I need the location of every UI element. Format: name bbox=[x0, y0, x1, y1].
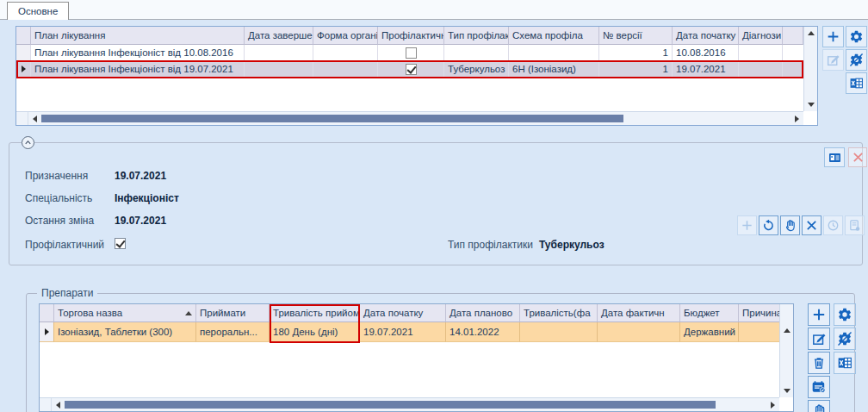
scroll-right-button[interactable] bbox=[766, 398, 779, 411]
plan-proph-type: Туберкульоз bbox=[444, 61, 509, 78]
drug-excel-export-button[interactable] bbox=[834, 352, 856, 374]
col-duration[interactable]: Тривалість прийому bbox=[270, 304, 360, 322]
col-date-end[interactable]: Дата заверше bbox=[245, 27, 313, 45]
plan-scheme bbox=[509, 45, 599, 61]
scrollbar-thumb[interactable] bbox=[41, 115, 623, 122]
drug-row-isoniazid[interactable]: Ізоніазид, Таблетки (300) пероральн... 1… bbox=[40, 322, 779, 342]
hold-button[interactable] bbox=[780, 215, 800, 235]
drug-duration: 180 День (дні) bbox=[270, 322, 360, 342]
close-button[interactable] bbox=[802, 215, 822, 235]
col-duration-fact[interactable]: Тривалість(фа bbox=[520, 304, 598, 322]
sort-asc-icon bbox=[185, 311, 192, 315]
hand-icon bbox=[811, 403, 827, 412]
refresh-button[interactable] bbox=[759, 215, 778, 235]
drugs-group-title: Препарати bbox=[37, 287, 97, 299]
specialty-value: Інфекціоніст bbox=[115, 192, 179, 204]
tab-strip: Основне bbox=[0, 0, 868, 20]
plans-vertical-scrollbar[interactable] bbox=[803, 27, 817, 111]
drug-hold-button[interactable] bbox=[808, 400, 830, 412]
scroll-left-button[interactable] bbox=[52, 398, 65, 411]
plan-row-2021-selected[interactable]: План лікування Інфекціоніст від 19.07.20… bbox=[16, 61, 803, 78]
plan-date-end bbox=[245, 45, 313, 61]
col-version[interactable]: № версії bbox=[599, 27, 673, 45]
prophylactic-checkbox[interactable] bbox=[406, 64, 417, 75]
col-form[interactable]: Форма органі bbox=[313, 27, 378, 45]
plan-prophylactic-cell bbox=[378, 45, 444, 61]
edit-plan-button[interactable] bbox=[822, 49, 844, 71]
plans-grid: План лікування Дата заверше Форма органі… bbox=[16, 27, 803, 111]
drug-budget: Державний bbox=[680, 322, 739, 342]
drug-reason bbox=[739, 322, 779, 342]
hand-icon bbox=[784, 219, 797, 232]
plan-settings-off-button[interactable] bbox=[846, 49, 867, 71]
add-action-button[interactable] bbox=[737, 215, 757, 235]
delete-drug-button[interactable] bbox=[808, 352, 830, 374]
drug-settings-off-button[interactable] bbox=[834, 328, 856, 350]
prophylactic-label: Профілактичний bbox=[25, 239, 104, 251]
col-budget[interactable]: Бюджет bbox=[680, 304, 739, 322]
scroll-up-icon[interactable] bbox=[784, 328, 790, 333]
history-clock-icon bbox=[827, 219, 840, 232]
scroll-down-icon[interactable] bbox=[784, 389, 790, 393]
plan-settings-button[interactable] bbox=[846, 26, 867, 47]
document-button[interactable] bbox=[845, 215, 865, 235]
col-diagnoses[interactable]: Діагнози bbox=[739, 27, 783, 45]
scroll-down-icon[interactable] bbox=[808, 103, 815, 107]
col-trade-name-label: Торгова назва bbox=[58, 308, 122, 318]
report-button[interactable] bbox=[824, 147, 845, 167]
scrollbar-thumb[interactable] bbox=[65, 401, 716, 409]
gear-off-icon bbox=[837, 331, 852, 346]
col-date-start[interactable]: Дата початку bbox=[360, 304, 446, 322]
plan-name: План лікування Інфекціоніст від 19.07.20… bbox=[31, 61, 245, 78]
scroll-left-button[interactable] bbox=[28, 112, 41, 125]
current-row-arrow-icon bbox=[45, 328, 49, 335]
delete-plan-button[interactable] bbox=[848, 147, 867, 167]
gear-off-icon bbox=[849, 53, 864, 67]
drugs-vertical-scrollbar[interactable] bbox=[779, 304, 793, 397]
plan-row-2016[interactable]: План лікування Інфекціоніст від 10.08.20… bbox=[16, 45, 803, 61]
col-plan[interactable]: План лікування bbox=[31, 27, 245, 45]
edit-icon bbox=[811, 331, 827, 346]
specialty-label: Спеціальність bbox=[25, 192, 92, 204]
plans-header-row: План лікування Дата заверше Форма органі… bbox=[16, 27, 803, 45]
plan-diagnoses bbox=[739, 61, 783, 78]
schedule-button[interactable] bbox=[808, 376, 830, 398]
delete-x-icon bbox=[852, 151, 865, 164]
last-change-value: 19.07.2021 bbox=[115, 215, 166, 227]
plan-date-start: 10.08.2016 bbox=[673, 45, 739, 61]
col-trade-name[interactable]: Торгова назва bbox=[54, 304, 196, 322]
scrollbar-spacer bbox=[40, 398, 52, 411]
col-intake[interactable]: Приймати bbox=[196, 304, 270, 322]
document-badge-icon bbox=[848, 219, 861, 232]
collapse-panel-button[interactable] bbox=[22, 136, 34, 149]
col-date-fact[interactable]: Дата фактичн bbox=[598, 304, 680, 322]
drug-settings-button[interactable] bbox=[834, 303, 856, 326]
prophylactic-checkbox[interactable] bbox=[406, 47, 417, 59]
col-date-planned[interactable]: Дата планово bbox=[446, 304, 520, 322]
edit-drug-button[interactable] bbox=[808, 328, 830, 350]
col-proph-type[interactable]: Тип профілак bbox=[444, 27, 509, 45]
proph-type-value: Туберкульоз bbox=[539, 239, 604, 251]
plan-excel-export-button[interactable] bbox=[846, 72, 867, 94]
plans-horizontal-scrollbar[interactable] bbox=[16, 111, 803, 125]
history-button[interactable] bbox=[823, 215, 843, 235]
col-date-start[interactable]: Дата початку bbox=[673, 27, 739, 45]
add-plan-button[interactable] bbox=[822, 26, 844, 47]
col-reason[interactable]: Причина bbox=[739, 304, 779, 322]
scroll-right-icon bbox=[771, 402, 775, 409]
drugs-horizontal-scrollbar[interactable] bbox=[40, 397, 779, 411]
scroll-right-button[interactable] bbox=[790, 112, 803, 125]
plan-version: 1 bbox=[599, 61, 673, 78]
assigned-label: Призначення bbox=[25, 170, 88, 182]
tab-main[interactable]: Основне bbox=[7, 2, 69, 20]
current-row-arrow-icon bbox=[22, 66, 26, 72]
treatment-plan-window: { "tab": { "label": "Основне" }, "plans"… bbox=[0, 0, 868, 412]
refresh-icon bbox=[762, 219, 775, 232]
plan-scheme: 6H (Ізоніазид) bbox=[509, 61, 599, 78]
scroll-up-icon[interactable] bbox=[808, 31, 815, 35]
col-prophylactic[interactable]: Профілактичн bbox=[378, 27, 444, 45]
add-drug-button[interactable] bbox=[808, 303, 830, 326]
details-prophylactic-checkbox[interactable] bbox=[115, 238, 126, 249]
col-scheme[interactable]: Схема профіла bbox=[509, 27, 599, 45]
close-x-icon bbox=[805, 219, 818, 232]
